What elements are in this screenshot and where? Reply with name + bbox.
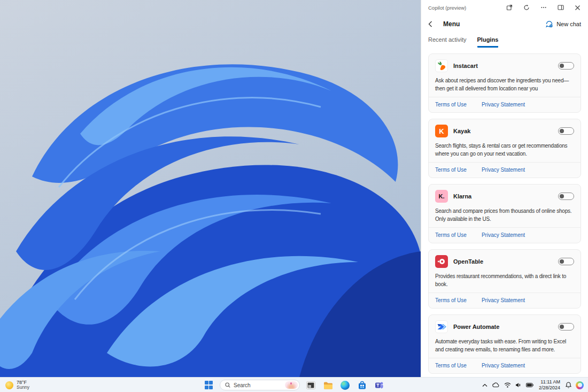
terms-of-use-link[interactable]: Terms of Use [435, 232, 467, 238]
plugin-toggle[interactable] [558, 258, 574, 265]
plugin-name: Klarna [453, 193, 471, 199]
privacy-statement-link[interactable]: Privacy Statement [482, 167, 525, 173]
tab-recent-activity[interactable]: Recent activity [428, 36, 467, 48]
opentable-circle-icon [435, 255, 448, 268]
plugin-description: Ask about recipes and discover the ingre… [435, 76, 574, 93]
search-box[interactable]: Search [220, 380, 300, 390]
plugin-toggle[interactable] [558, 323, 574, 330]
store-icon[interactable] [356, 379, 368, 391]
start-button[interactable] [203, 379, 215, 391]
taskbar: 78°F Sunny Search [0, 377, 588, 392]
new-chat-button[interactable]: New chat [546, 21, 581, 28]
plugin-name: Power Automate [453, 324, 499, 330]
close-icon[interactable] [574, 4, 581, 11]
battery-icon[interactable] [526, 383, 533, 387]
plugin-list: Instacart Ask about recipes and discover… [428, 53, 581, 377]
search-highlight-image [285, 381, 298, 389]
weather-condition: Sunny [17, 385, 29, 390]
panel-title: Copilot (preview) [428, 5, 466, 11]
terms-of-use-link[interactable]: Terms of Use [435, 167, 467, 173]
edge-icon[interactable] [339, 379, 351, 391]
terms-of-use-link[interactable]: Terms of Use [435, 102, 467, 107]
notification-bell-icon[interactable] [566, 382, 571, 388]
plugin-toggle[interactable] [558, 193, 574, 200]
speaker-icon[interactable] [515, 382, 522, 388]
taskbar-clock[interactable]: 11:11 AM 2/28/2024 [539, 379, 560, 391]
plugin-card-klarna: K. Klarna Search and compare prices from… [428, 184, 581, 243]
terms-of-use-link[interactable]: Terms of Use [435, 297, 467, 303]
back-chevron-icon[interactable] [428, 20, 436, 28]
refresh-icon[interactable] [523, 4, 530, 11]
privacy-statement-link[interactable]: Privacy Statement [482, 232, 525, 238]
task-view-icon[interactable] [305, 379, 317, 391]
clock-date: 2/28/2024 [539, 385, 560, 391]
wifi-icon[interactable] [504, 382, 511, 388]
instacart-carrot-icon [435, 59, 448, 72]
privacy-statement-link[interactable]: Privacy Statement [482, 363, 525, 368]
plugin-name: Kayak [453, 128, 470, 134]
dock-panel-icon[interactable] [557, 4, 564, 11]
clock-time: 11:11 AM [540, 379, 560, 385]
copilot-icon[interactable] [576, 381, 584, 389]
kayak-k-icon: K [435, 125, 448, 137]
terms-of-use-link[interactable]: Terms of Use [435, 363, 467, 368]
new-chat-icon [546, 21, 553, 28]
screen: Copilot (preview) [0, 0, 588, 392]
hidden-icons-chevron-icon[interactable] [482, 383, 488, 387]
plugin-name: Instacart [453, 63, 478, 69]
tab-plugins[interactable]: Plugins [477, 36, 499, 48]
plugin-name: OpenTable [453, 258, 483, 265]
menu-label: Menu [443, 20, 460, 28]
plugin-card-opentable: OpenTable Provides restaurant recommenda… [428, 249, 581, 309]
plugin-description: Automate everyday tasks with ease. From … [435, 337, 574, 353]
new-chat-label: New chat [556, 21, 581, 27]
plugin-toggle[interactable] [558, 62, 574, 70]
search-icon [225, 382, 230, 388]
plugin-description: Search and compare prices from thousands… [435, 207, 574, 223]
plugin-card-power-automate: Power Automate Automate everyday tasks w… [428, 314, 581, 374]
menu-row: Menu New chat [428, 17, 581, 31]
plugin-description: Search flights, stays & rental cars or g… [435, 142, 574, 158]
plugin-card-instacart: Instacart Ask about recipes and discover… [428, 53, 581, 113]
sun-icon [5, 381, 13, 389]
weather-widget[interactable]: 78°F Sunny [5, 378, 29, 392]
power-automate-arrow-icon [435, 320, 448, 333]
onedrive-cloud-icon[interactable] [492, 382, 500, 388]
file-explorer-icon[interactable] [322, 379, 334, 391]
search-placeholder: Search [234, 382, 282, 388]
taskbar-center: Search [203, 378, 385, 392]
klarna-k-icon: K. [435, 190, 448, 203]
tabs: Recent activity Plugins [428, 36, 581, 48]
privacy-statement-link[interactable]: Privacy Statement [482, 297, 525, 303]
copilot-panel-header: Copilot (preview) [428, 0, 581, 15]
copilot-panel: Copilot (preview) [421, 0, 588, 377]
plugin-description: Provides restaurant recommendations, wit… [435, 272, 574, 288]
more-ellipsis-icon[interactable] [540, 4, 547, 11]
system-tray: 11:11 AM 2/28/2024 [482, 378, 584, 392]
open-in-new-window-icon[interactable] [506, 4, 513, 11]
plugin-toggle[interactable] [558, 127, 574, 135]
teams-icon[interactable] [373, 379, 385, 391]
start-icon [205, 381, 213, 389]
privacy-statement-link[interactable]: Privacy Statement [482, 102, 525, 107]
plugin-card-kayak: K Kayak Search flights, stays & rental c… [428, 119, 581, 178]
